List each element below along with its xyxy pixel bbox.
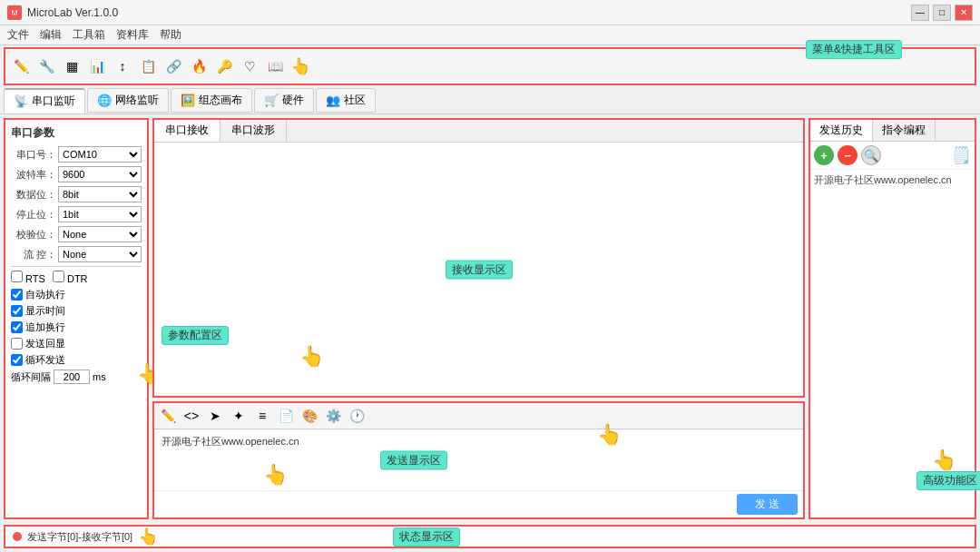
send-area: ✏️ <> ➤ ✦ ≡ 📄 🎨 ⚙️ 🕐 基础功能区 👆 开源电子社区www.o… bbox=[152, 401, 805, 519]
menu-help[interactable]: 帮助 bbox=[160, 27, 181, 43]
send-tb-8[interactable]: ⚙️ bbox=[323, 406, 343, 426]
tab-serial-listen-label: 串口监听 bbox=[32, 94, 75, 109]
canvas-icon: 🖼️ bbox=[181, 94, 195, 107]
app-icon: M bbox=[7, 5, 22, 20]
send-tb-6[interactable]: 📄 bbox=[276, 406, 296, 426]
remove-button[interactable]: − bbox=[838, 145, 858, 165]
right-community-text: 开源电子社区www.openelec.cn bbox=[810, 170, 975, 191]
receive-display-label: 接收显示区 bbox=[446, 260, 513, 279]
sub-tab-receive[interactable]: 串口接收 bbox=[154, 120, 220, 142]
checkbox-loop-send: 循环发送 bbox=[11, 353, 142, 367]
dtr-checkbox-label[interactable]: DTR bbox=[53, 271, 88, 284]
toolbar-icon-9[interactable]: 🔑 bbox=[214, 56, 234, 76]
send-tb-2[interactable]: <> bbox=[181, 406, 201, 426]
auto-exec-checkbox[interactable] bbox=[11, 289, 23, 301]
toolbar-icon-7[interactable]: 🔗 bbox=[163, 56, 183, 76]
checkbox-show-time: 显示时间 bbox=[11, 304, 142, 318]
menu-tools[interactable]: 工具箱 bbox=[73, 27, 105, 43]
advanced-label: 高级功能区 bbox=[916, 471, 980, 490]
status-text: 发送字节[0]-接收字节[0] bbox=[27, 530, 132, 544]
hardware-icon: 🛒 bbox=[264, 94, 279, 107]
toolbar-icon-10[interactable]: ♡ bbox=[240, 56, 260, 76]
send-bottom: 发 送 bbox=[154, 490, 803, 518]
tab-community[interactable]: 👥 社区 bbox=[316, 88, 376, 113]
databits-select[interactable]: 8bit bbox=[58, 186, 142, 202]
databits-label: 数据位： bbox=[11, 188, 56, 202]
send-tb-5[interactable]: ≡ bbox=[252, 406, 272, 426]
toolbar-label: 菜单&快捷工具区 bbox=[806, 40, 902, 59]
toolbar-hand: 👆 bbox=[290, 56, 310, 76]
echo-checkbox[interactable] bbox=[11, 338, 23, 350]
community-text: 开源电子社区www.openelec.cn bbox=[158, 433, 799, 450]
tab-bar: 📡 串口监听 🌐 网络监听 🖼️ 组态画布 🛒 硬件 👥 社区 bbox=[0, 87, 980, 114]
app-title: MicroLab Ver.1.0.0 bbox=[27, 6, 118, 19]
toolbar-icon-11[interactable]: 📖 bbox=[265, 56, 285, 76]
window-controls: — □ ✕ bbox=[911, 5, 973, 21]
param-row-baud: 波特率： 9600 bbox=[11, 166, 142, 182]
checkbox-echo: 发送回显 bbox=[11, 337, 142, 350]
param-row-databits: 数据位： 8bit bbox=[11, 186, 142, 202]
flow-select[interactable]: None bbox=[58, 246, 142, 262]
rts-checkbox[interactable] bbox=[11, 271, 23, 282]
tab-canvas[interactable]: 🖼️ 组态画布 bbox=[171, 88, 252, 113]
toolbar-icon-4[interactable]: 📊 bbox=[87, 56, 107, 76]
close-button[interactable]: ✕ bbox=[955, 5, 973, 21]
toolbar-icon-2[interactable]: 🔧 bbox=[36, 56, 56, 76]
toolbar-area: ✏️ 🔧 ▦ 📊 ↕ 📋 🔗 🔥 🔑 ♡ 📖 👆 菜单&快捷工具区 bbox=[4, 47, 976, 85]
minimize-button[interactable]: — bbox=[911, 5, 929, 21]
stopbits-select[interactable]: 1bit bbox=[58, 206, 142, 222]
toolbar-icon-3[interactable]: ▦ bbox=[62, 56, 82, 76]
right-tab-cmd[interactable]: 指令编程 bbox=[873, 120, 936, 141]
right-action-bar: + − 🔍 🗒️ bbox=[810, 142, 975, 170]
echo-label: 发送回显 bbox=[25, 337, 65, 350]
status-hand-cursor: 👆 bbox=[138, 527, 158, 547]
send-hand-cursor: 👆 bbox=[263, 463, 288, 487]
tab-serial-listen[interactable]: 📡 串口监听 bbox=[4, 88, 85, 113]
rts-checkbox-label[interactable]: RTS bbox=[11, 271, 45, 284]
menu-file[interactable]: 文件 bbox=[7, 27, 29, 43]
search-button[interactable]: 🔍 bbox=[861, 145, 881, 165]
send-tb-1[interactable]: ✏️ bbox=[158, 406, 178, 426]
menu-edit[interactable]: 编辑 bbox=[40, 27, 62, 43]
tab-hardware[interactable]: 🛒 硬件 bbox=[254, 88, 314, 113]
toolbar-icon-5[interactable]: ↕ bbox=[113, 56, 132, 76]
sub-tab-waveform[interactable]: 串口波形 bbox=[220, 120, 287, 142]
right-tab-history[interactable]: 发送历史 bbox=[810, 120, 873, 141]
send-tb-9[interactable]: 🕐 bbox=[347, 406, 367, 426]
receive-hand-cursor: 👆 bbox=[299, 345, 324, 369]
right-panel: 发送历史 指令编程 + − 🔍 🗒️ 开源电子社区www.openelec.cn… bbox=[808, 118, 976, 519]
toolbar-icon-1[interactable]: ✏️ bbox=[11, 56, 31, 76]
loop-interval-input[interactable] bbox=[54, 370, 90, 384]
maximize-button[interactable]: □ bbox=[933, 5, 951, 21]
loop-interval-row: 循环间隔 ms bbox=[11, 370, 142, 384]
status-bar: 发送字节[0]-接收字节[0] 👆 状态显示区 bbox=[4, 525, 976, 548]
send-tb-4[interactable]: ✦ bbox=[229, 406, 249, 426]
dtr-checkbox[interactable] bbox=[53, 271, 64, 282]
append-newline-checkbox[interactable] bbox=[11, 321, 23, 333]
serial-params-title: 串口参数 bbox=[11, 125, 142, 141]
receive-area: 串口接收 串口波形 接收显示区 👆 bbox=[152, 118, 805, 398]
tab-canvas-label: 组态画布 bbox=[199, 93, 242, 108]
port-select[interactable]: COM10 bbox=[58, 146, 142, 163]
flow-label: 流 控： bbox=[11, 248, 56, 261]
tab-network-listen-label: 网络监听 bbox=[115, 93, 159, 108]
toolbar-icon-6[interactable]: 📋 bbox=[138, 56, 158, 76]
toolbar-icon-8[interactable]: 🔥 bbox=[189, 56, 209, 76]
tab-network-listen[interactable]: 🌐 网络监听 bbox=[87, 88, 169, 113]
send-tb-3[interactable]: ➤ bbox=[205, 406, 225, 426]
add-button[interactable]: + bbox=[814, 145, 834, 165]
tab-community-label: 社区 bbox=[344, 93, 366, 108]
send-tb-7[interactable]: 🎨 bbox=[299, 406, 319, 426]
send-display-label: 发送显示区 bbox=[380, 450, 447, 469]
menu-library[interactable]: 资料库 bbox=[116, 27, 149, 43]
baud-select[interactable]: 9600 bbox=[58, 166, 142, 182]
loop-send-label: 循环发送 bbox=[25, 353, 65, 367]
param-row-stopbits: 停止位： 1bit bbox=[11, 206, 142, 222]
parity-select[interactable]: None bbox=[58, 226, 142, 242]
send-button[interactable]: 发 送 bbox=[737, 494, 798, 515]
main-area: 串口参数 串口号： COM10 波特率： 9600 数据位： 8bit 停止位：… bbox=[0, 114, 980, 523]
loop-send-checkbox[interactable] bbox=[11, 354, 23, 366]
show-time-label: 显示时间 bbox=[25, 304, 65, 318]
show-time-checkbox[interactable] bbox=[11, 305, 23, 317]
params-config-label: 参数配置区 bbox=[162, 326, 229, 345]
